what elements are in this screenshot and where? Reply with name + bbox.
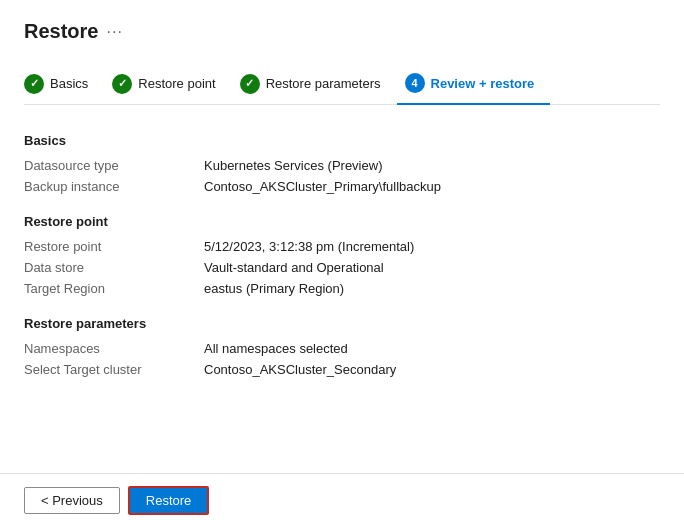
basics-section-title: Basics [24, 133, 660, 148]
step-restore-parameters[interactable]: Restore parameters [232, 64, 397, 104]
step-basics-icon [24, 74, 44, 94]
page-title: Restore [24, 20, 98, 43]
detail-row: Data store Vault-standard and Operationa… [24, 260, 660, 275]
data-store-label: Data store [24, 260, 204, 275]
namespaces-label: Namespaces [24, 341, 204, 356]
previous-button[interactable]: < Previous [24, 487, 120, 514]
backup-instance-label: Backup instance [24, 179, 204, 194]
step-review-restore-icon: 4 [405, 73, 425, 93]
restore-point-section-title: Restore point [24, 214, 660, 229]
detail-row: Namespaces All namespaces selected [24, 341, 660, 356]
page-footer: < Previous Restore [0, 473, 684, 527]
step-restore-parameters-icon [240, 74, 260, 94]
target-region-value: eastus (Primary Region) [204, 281, 344, 296]
data-store-value: Vault-standard and Operational [204, 260, 384, 275]
datasource-type-label: Datasource type [24, 158, 204, 173]
restore-point-value: 5/12/2023, 3:12:38 pm (Incremental) [204, 239, 414, 254]
step-basics[interactable]: Basics [24, 64, 104, 104]
detail-row: Target Region eastus (Primary Region) [24, 281, 660, 296]
datasource-type-value: Kubernetes Services (Preview) [204, 158, 382, 173]
target-cluster-label: Select Target cluster [24, 362, 204, 377]
page-header: Restore ··· [24, 20, 660, 43]
wizard-steps: Basics Restore point Restore parameters … [24, 63, 660, 105]
restore-parameters-section-title: Restore parameters [24, 316, 660, 331]
restore-button[interactable]: Restore [128, 486, 210, 515]
detail-row: Datasource type Kubernetes Services (Pre… [24, 158, 660, 173]
basics-section: Basics Datasource type Kubernetes Servic… [24, 133, 660, 194]
restore-parameters-section: Restore parameters Namespaces All namesp… [24, 316, 660, 377]
step-restore-point-label: Restore point [138, 76, 215, 91]
restore-point-section: Restore point Restore point 5/12/2023, 3… [24, 214, 660, 296]
ellipsis-icon[interactable]: ··· [106, 23, 122, 41]
step-restore-point-icon [112, 74, 132, 94]
step-restore-point[interactable]: Restore point [104, 64, 231, 104]
restore-point-label: Restore point [24, 239, 204, 254]
namespaces-value: All namespaces selected [204, 341, 348, 356]
detail-row: Restore point 5/12/2023, 3:12:38 pm (Inc… [24, 239, 660, 254]
step-review-restore[interactable]: 4 Review + restore [397, 63, 551, 105]
backup-instance-value: Contoso_AKSCluster_Primary\fullbackup [204, 179, 441, 194]
step-restore-parameters-label: Restore parameters [266, 76, 381, 91]
detail-row: Select Target cluster Contoso_AKSCluster… [24, 362, 660, 377]
step-review-restore-label: Review + restore [431, 76, 535, 91]
target-cluster-value: Contoso_AKSCluster_Secondary [204, 362, 396, 377]
step-basics-label: Basics [50, 76, 88, 91]
target-region-label: Target Region [24, 281, 204, 296]
page-container: Restore ··· Basics Restore point Restore… [0, 0, 684, 377]
detail-row: Backup instance Contoso_AKSCluster_Prima… [24, 179, 660, 194]
